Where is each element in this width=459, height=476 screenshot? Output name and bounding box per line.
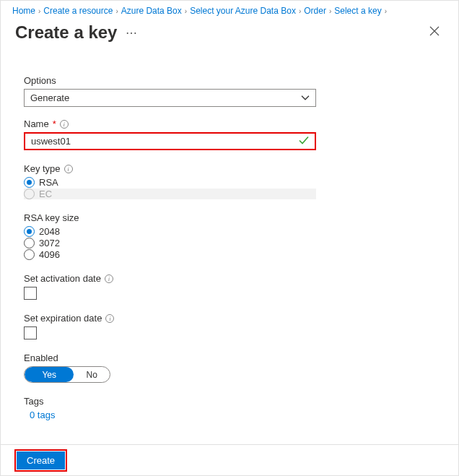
more-menu-button[interactable]: ⋯ <box>126 26 138 40</box>
tags-link[interactable]: 0 tags <box>24 410 435 420</box>
chevron-right-icon: › <box>329 7 331 15</box>
tags-label: Tags <box>24 396 435 407</box>
breadcrumb-item[interactable]: Select a key <box>334 6 381 16</box>
page-header: Create a key ⋯ <box>1 19 458 48</box>
key-type-ec: EC <box>24 189 316 199</box>
breadcrumb-item[interactable]: Azure Data Box <box>121 6 182 16</box>
form: Options Generate Name * i uswest01 Key t… <box>1 48 458 420</box>
close-button[interactable] <box>425 22 444 43</box>
key-type-rsa[interactable]: RSA <box>24 177 435 188</box>
toggle-yes: Yes <box>25 367 74 382</box>
key-size-4096[interactable]: 4096 <box>24 249 435 260</box>
info-icon[interactable]: i <box>60 120 69 129</box>
info-icon[interactable]: i <box>105 314 114 323</box>
create-button[interactable]: Create <box>17 451 65 469</box>
radio-icon <box>24 189 35 199</box>
breadcrumb: Home› Create a resource› Azure Data Box›… <box>1 1 458 19</box>
name-label: Name * i <box>24 118 435 129</box>
page-title: Create a key <box>15 22 117 43</box>
expiration-date-label: Set expiration date i <box>24 313 435 324</box>
chevron-right-icon: › <box>115 7 118 15</box>
name-value: uswest01 <box>31 136 71 147</box>
info-icon[interactable]: i <box>64 165 73 173</box>
breadcrumb-item[interactable]: Home <box>12 6 35 16</box>
key-size-label: RSA key size <box>24 212 435 223</box>
chevron-down-icon <box>301 92 310 103</box>
breadcrumb-item[interactable]: Select your Azure Data Box <box>190 6 296 16</box>
required-indicator: * <box>53 118 56 129</box>
key-type-label: Key type i <box>24 163 435 174</box>
activation-date-checkbox[interactable] <box>24 287 37 300</box>
footer: Create <box>1 444 458 475</box>
enabled-toggle[interactable]: Yes No <box>24 366 110 383</box>
options-select[interactable]: Generate <box>24 89 316 107</box>
radio-icon <box>24 238 35 248</box>
activation-date-label: Set activation date i <box>24 273 435 284</box>
key-size-3072[interactable]: 3072 <box>24 238 435 248</box>
chevron-right-icon: › <box>385 7 387 15</box>
options-label: Options <box>24 75 435 86</box>
chevron-right-icon: › <box>299 7 301 15</box>
breadcrumb-item[interactable]: Order <box>304 6 326 16</box>
toggle-no: No <box>74 367 110 382</box>
check-icon <box>299 136 309 147</box>
chevron-right-icon: › <box>38 7 40 15</box>
name-input[interactable]: uswest01 <box>24 132 316 150</box>
options-value: Generate <box>30 92 69 103</box>
close-icon <box>429 26 440 36</box>
info-icon[interactable]: i <box>105 274 113 283</box>
key-size-2048[interactable]: 2048 <box>24 226 435 237</box>
radio-icon <box>24 226 35 237</box>
breadcrumb-item[interactable]: Create a resource <box>43 6 113 16</box>
radio-icon <box>24 249 35 260</box>
chevron-right-icon: › <box>185 7 187 15</box>
expiration-date-checkbox[interactable] <box>24 326 37 339</box>
enabled-label: Enabled <box>24 352 435 363</box>
radio-icon <box>24 177 35 188</box>
